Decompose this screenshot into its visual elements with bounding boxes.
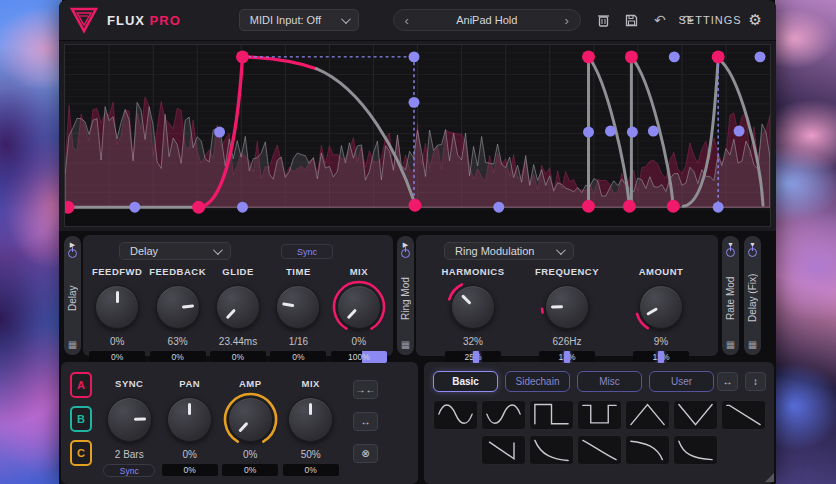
envelope-node-purple[interactable] [214, 127, 225, 138]
delay-effect-dropdown[interactable]: Delay [119, 242, 231, 260]
preset-name[interactable]: AniPad Hold [420, 14, 554, 26]
wave-shape-triangle[interactable] [625, 400, 670, 430]
ringmod-module-strip[interactable]: ▶Ring Mod▦ [397, 236, 414, 355]
wave-tab-user[interactable]: User [649, 371, 714, 392]
mod-amount-slider[interactable]: 0% [283, 464, 339, 476]
collapse-horizontal-icon[interactable]: →← [353, 380, 378, 399]
stretch-vertical-icon[interactable]: ↕ [745, 372, 766, 391]
ringmod-effect-dropdown[interactable]: Ring Modulation [444, 242, 574, 260]
power-icon[interactable] [748, 248, 757, 257]
grid-icon[interactable]: ▦ [401, 339, 410, 350]
midi-input-dropdown[interactable]: MIDI Input: Off [239, 9, 359, 31]
wave-shape-inv-sine[interactable] [481, 400, 526, 430]
envelope-node-purple[interactable] [755, 51, 766, 62]
ringmod-module: Ring Modulation HARMONICS32%25%FREQUENCY… [416, 235, 718, 356]
knob-time[interactable] [276, 285, 320, 329]
knob-cell-feedfwd: FEEDFWD0%0% [87, 266, 147, 363]
delay-module: Delay Sync FEEDFWD0%0%FEEDBACK63%0%GLIDE… [83, 235, 393, 356]
knob-amount[interactable] [639, 285, 683, 329]
clear-icon[interactable]: ⊗ [353, 444, 378, 463]
wave-shape-convex-decay[interactable] [625, 435, 670, 465]
knob-amp[interactable] [228, 397, 273, 442]
wave-shape-inv-square[interactable] [577, 400, 622, 430]
envelope-node-pink[interactable] [667, 200, 680, 213]
power-icon[interactable] [401, 249, 410, 258]
wave-shape-lin-decay[interactable] [577, 435, 622, 465]
preset-next-button[interactable]: › [554, 13, 580, 28]
wave-shape-saw-steep[interactable] [481, 435, 526, 465]
save-preset-button[interactable] [623, 11, 641, 29]
chevron-down-icon [213, 245, 223, 255]
envelope-node-pink[interactable] [625, 50, 638, 63]
knob-sync[interactable] [107, 397, 152, 442]
knob-feedback[interactable] [156, 285, 200, 329]
wave-shape-square[interactable] [529, 400, 574, 430]
stretch-horizontal-icon[interactable]: ↔ [717, 372, 738, 391]
envelope-node-purple[interactable] [129, 202, 140, 213]
knob-feedfwd[interactable] [95, 285, 139, 329]
wave-shape-sine[interactable] [433, 400, 478, 430]
envelope-node-purple[interactable] [734, 126, 745, 137]
mod-handle[interactable] [473, 351, 479, 363]
power-icon[interactable] [68, 249, 77, 258]
undo-button[interactable]: ↶ [651, 11, 669, 29]
wallpaper-left [0, 0, 62, 484]
preset-prev-button[interactable]: ‹ [394, 13, 420, 28]
mod-amount-slider[interactable]: 0% [162, 464, 218, 476]
envelope-node-purple[interactable] [409, 51, 420, 62]
wave-shape-exp-decay[interactable] [529, 435, 574, 465]
delete-preset-button[interactable] [595, 11, 613, 29]
wave-tab-sidechain[interactable]: Sidechain [505, 371, 570, 392]
knob-frequency[interactable] [545, 285, 589, 329]
grid-icon[interactable]: ▦ [726, 339, 735, 350]
envelope-node-purple[interactable] [409, 97, 420, 108]
knob-glide[interactable] [216, 285, 260, 329]
envelope-node-pink[interactable] [236, 50, 249, 63]
envelope-node-purple[interactable] [648, 126, 659, 137]
grid-icon[interactable]: ▦ [68, 339, 77, 350]
envelope-node-purple[interactable] [669, 51, 680, 62]
knob-mix[interactable] [337, 285, 381, 329]
mod-amount-slider[interactable]: 0% [222, 464, 278, 476]
envelope-node-purple[interactable] [583, 127, 594, 138]
wave-tab-basic[interactable]: Basic [433, 371, 498, 392]
wave-shape-saw-down[interactable] [721, 400, 766, 430]
rate-mod-strip[interactable]: ▼Rate Mod▦ [722, 236, 739, 355]
delay-sync-toggle[interactable]: Sync [281, 244, 333, 259]
variant-a-button[interactable]: A [70, 372, 92, 398]
envelope-node-purple[interactable] [713, 202, 724, 213]
wave-shape-exp-decay2[interactable] [673, 435, 718, 465]
envelope-node-purple[interactable] [605, 126, 616, 137]
lfo-row: ABC SYNC2 BarsSyncPAN0%0%AMP0%0%MIX50%0%… [59, 360, 776, 484]
variant-b-button[interactable]: B [70, 406, 92, 432]
envelope-node-pink[interactable] [712, 50, 725, 63]
delay-module-strip[interactable]: ▶Delay▦ [64, 236, 81, 355]
knob-mix[interactable] [288, 397, 333, 442]
knob-label: PAN [179, 378, 200, 389]
envelope-node-pink[interactable] [623, 200, 636, 213]
wave-shape-inv-triangle[interactable] [673, 400, 718, 430]
expand-horizontal-icon[interactable]: ↔ [353, 412, 378, 431]
mod-value: 0% [111, 352, 123, 362]
knob-label: MIX [302, 378, 320, 389]
envelope-node-purple[interactable] [493, 202, 504, 213]
mod-handle[interactable] [658, 351, 664, 363]
wave-tab-misc[interactable]: Misc [577, 371, 642, 392]
grid-icon[interactable]: ▦ [748, 339, 757, 350]
knob-harmonics[interactable] [451, 285, 495, 329]
envelope-node-purple[interactable] [237, 202, 248, 213]
envelope-node-pink[interactable] [409, 199, 422, 212]
settings-button[interactable]: SETTINGS ⚙ [679, 0, 762, 40]
envelope-node-pink[interactable] [582, 200, 595, 213]
envelope-editor-canvas[interactable] [64, 44, 771, 227]
sync-toggle[interactable]: Sync [103, 464, 155, 477]
variant-c-button[interactable]: C [70, 440, 92, 466]
envelope-node-pink[interactable] [192, 201, 205, 214]
resize-handle[interactable] [765, 473, 774, 482]
knob-pan[interactable] [167, 397, 212, 442]
mod-handle[interactable] [564, 351, 570, 363]
delay-fix-strip[interactable]: ▼Delay (Fix)▦ [744, 236, 761, 355]
envelope-node-purple[interactable] [627, 127, 638, 138]
envelope-node-pink[interactable] [582, 50, 595, 63]
power-icon[interactable] [726, 248, 735, 257]
